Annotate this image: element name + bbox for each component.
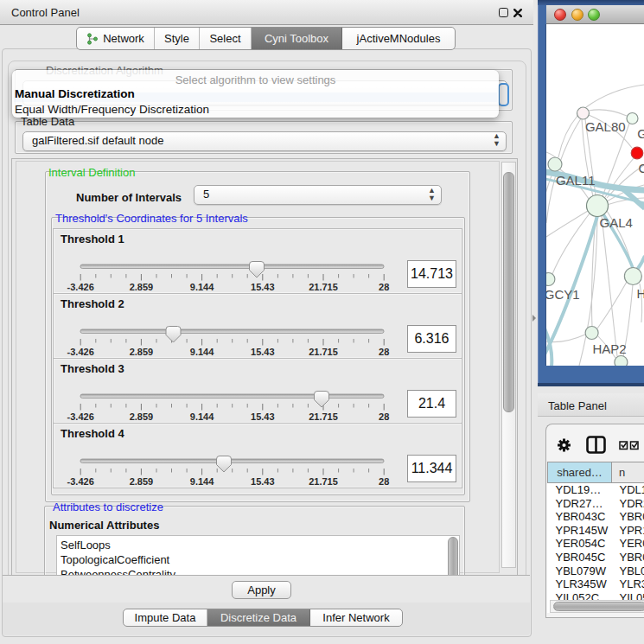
svg-text:15.43: 15.43 [251,347,275,357]
svg-text:-3.426: -3.426 [67,476,94,487]
svg-text:GAL4: GAL4 [600,215,633,230]
svg-text:-3.426: -3.426 [67,282,94,292]
svg-text:28: 28 [379,411,389,422]
svg-text:2.859: 2.859 [130,411,154,422]
svg-text:9.144: 9.144 [190,282,214,292]
svg-text:GAL80: GAL80 [585,119,626,134]
svg-text:21.715: 21.715 [309,476,338,487]
svg-text:2.859: 2.859 [130,282,154,292]
svg-text:21.715: 21.715 [309,411,338,422]
svg-text:9.144: 9.144 [190,347,214,357]
svg-text:2.859: 2.859 [130,476,154,487]
svg-text:28: 28 [379,476,389,487]
svg-text:2.859: 2.859 [130,347,154,357]
svg-text:GAL: GAL [637,126,644,141]
svg-text:9.144: 9.144 [190,411,214,422]
svg-text:HAP2: HAP2 [592,341,626,356]
svg-text:HIS: HIS [636,286,644,301]
svg-text:-3.426: -3.426 [67,347,94,357]
svg-text:-3.426: -3.426 [67,411,94,422]
svg-text:GAL11: GAL11 [556,173,596,188]
svg-text:28: 28 [379,347,389,357]
svg-text:21.715: 21.715 [309,347,338,357]
svg-text:28: 28 [379,282,389,292]
svg-text:15.43: 15.43 [251,411,275,422]
svg-text:GCY1: GCY1 [546,287,580,302]
svg-text:15.43: 15.43 [251,282,275,292]
svg-text:21.715: 21.715 [309,282,338,292]
svg-text:15.43: 15.43 [251,476,275,487]
svg-text:CC: CC [639,161,644,175]
svg-text:9.144: 9.144 [190,476,214,487]
